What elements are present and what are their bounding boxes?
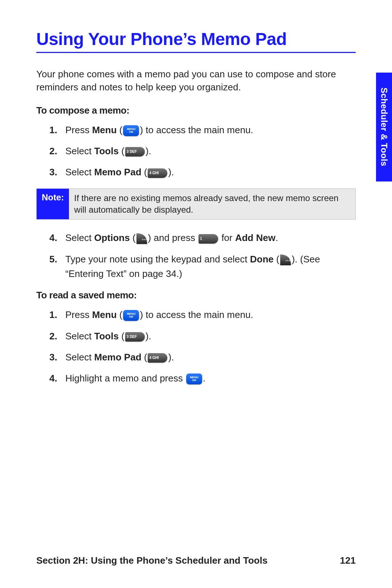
step-number: 4. [49,230,57,245]
step-text: ). [146,146,151,156]
compose-step-3: 3. Select Memo Pad (4 GHI). [36,165,356,179]
compose-steps-list-cont: 4. Select Options (⋯) and press 1 for Ad… [36,230,356,281]
step-text: ( [117,309,123,320]
read-step-3: 3. Select Memo Pad (4 GHI). [36,350,356,364]
page-title: Using Your Phone’s Memo Pad [36,29,356,49]
step-text-bold: Memo Pad [94,167,142,177]
key-4-icon: 4 GHI [148,353,167,363]
step-number: 2. [49,144,57,158]
compose-steps-list: 1. Press Menu (MENUOK) to access the mai… [36,123,356,180]
step-text: ) to access the main menu. [140,309,253,320]
step-text: Select [65,331,94,342]
footer-page-number: 121 [340,555,356,566]
compose-step-5: 5. Type your note using the keypad and s… [36,252,356,281]
heading-read-memo: To read a saved memo: [36,290,356,301]
footer-section-label: Section 2H: Using the Phone’s Scheduler … [36,555,268,566]
step-text-bold: Memo Pad [94,352,142,363]
step-text: ). [168,352,174,363]
step-text: ). [146,331,151,342]
step-text-bold: Options [94,232,130,243]
step-text: ( [274,254,279,265]
step-text: ( [142,352,147,363]
compose-step-4: 4. Select Options (⋯) and press 1 for Ad… [36,230,356,245]
step-text-bold: Tools [94,146,119,156]
step-number: 1. [49,307,57,322]
step-text: Select [65,352,94,363]
step-number: 3. [49,165,57,179]
step-number: 2. [49,329,57,343]
step-text: . [275,232,278,243]
heading-compose-memo: To compose a memo: [36,105,356,116]
step-text-bold: Add New [235,232,275,243]
key-3-icon: 3 DEF [125,147,145,156]
page-footer: Section 2H: Using the Phone’s Scheduler … [36,555,356,566]
right-softkey-icon: ⋯ [136,233,147,244]
step-text: Press [65,309,92,320]
title-underline [36,52,356,53]
step-text-bold: Tools [94,331,119,342]
note-label: Note: [37,189,69,220]
step-number: 1. [49,123,57,137]
menu-ok-key-icon: MENUOK [186,373,202,384]
step-text: ( [130,232,136,243]
intro-paragraph: Your phone comes with a memo pad you can… [36,68,356,94]
step-text: ( [119,146,124,156]
step-text: ( [117,124,123,135]
step-text: ) to access the main menu. [140,124,253,135]
step-text-bold: Menu [92,309,117,320]
step-text: Select [65,167,94,177]
menu-ok-key-icon: MENUOK [123,125,139,136]
read-step-4: 4. Highlight a memo and press MENUOK. [36,371,356,385]
compose-step-2: 2. Select Tools (3 DEF). [36,144,356,158]
step-text: for [219,232,235,243]
note-text: If there are no existing memos already s… [69,189,355,220]
step-text: Select [65,146,94,156]
read-step-2: 2. Select Tools (3 DEF). [36,329,356,343]
step-number: 4. [49,371,57,385]
key-1-icon: 1 [199,234,218,244]
key-3-icon: 3 DEF [125,332,145,342]
step-text: ( [142,167,147,177]
step-text: Select [65,232,94,243]
step-number: 3. [49,350,57,364]
note-box: Note: If there are no existing memos alr… [36,188,356,220]
step-text: ) and press [148,232,198,243]
side-tab-scheduler-tools: Scheduler & Tools [376,73,392,181]
step-number: 5. [49,252,57,266]
read-step-1: 1. Press Menu (MENUOK) to access the mai… [36,307,356,322]
menu-ok-key-icon: MENUOK [123,310,139,321]
step-text-bold: Menu [92,124,117,135]
read-steps-list: 1. Press Menu (MENUOK) to access the mai… [36,307,356,385]
key-4-icon: 4 GHI [148,168,167,178]
step-text-bold: Done [250,254,274,265]
step-text: ( [119,331,124,342]
compose-step-1: 1. Press Menu (MENUOK) to access the mai… [36,123,356,137]
step-text: Highlight a memo and press [65,373,185,384]
step-text: Type your note using the keypad and sele… [65,254,250,265]
step-text: ). [168,167,174,177]
step-text: Press [65,124,92,135]
right-softkey-icon: ⋯ [280,254,291,265]
step-text: . [203,373,205,384]
